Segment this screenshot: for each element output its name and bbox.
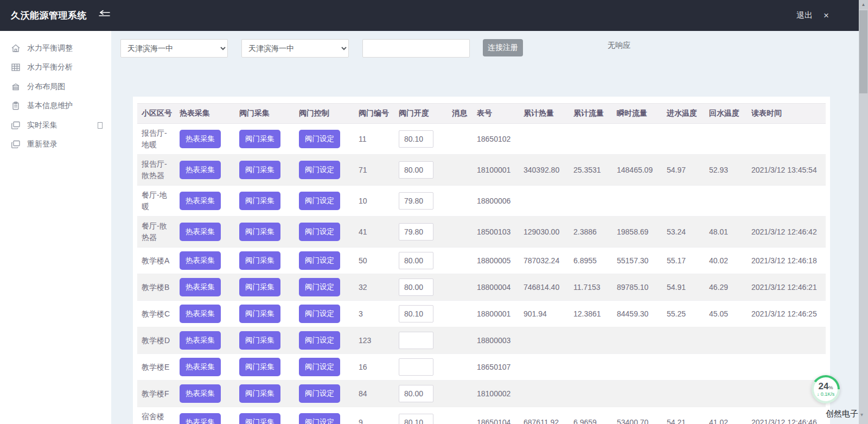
heat-collect-button[interactable]: 热表采集 — [180, 384, 221, 403]
scroll-up-arrow-icon[interactable]: ▲ — [859, 0, 868, 9]
sidebar-item-relogin[interactable]: 重新登录 — [0, 135, 111, 155]
heat-collect-button[interactable]: 热表采集 — [180, 278, 221, 296]
scrollbar-thumb[interactable] — [859, 10, 867, 93]
valve-opening-input[interactable] — [399, 130, 433, 148]
column-header-9: 累计流量 — [569, 104, 612, 124]
sidebar-item-hydraulic-analysis[interactable]: 水力平衡分析 — [0, 58, 111, 78]
sidebar-item-hydraulic-adjust[interactable]: 水力平衡调整 — [0, 39, 111, 58]
valve-set-button[interactable]: 阀门设定 — [299, 413, 340, 424]
inlet-temperature: 54.21 — [662, 407, 705, 424]
instant-flow — [612, 124, 662, 155]
sidebar-item-label: 实时采集 — [27, 121, 58, 130]
connect-register-button[interactable]: 连接注册 — [483, 39, 523, 56]
valve-collect-button[interactable]: 阀门采集 — [239, 358, 280, 376]
column-header-2: 阀门采集 — [235, 104, 295, 124]
window-icon — [11, 140, 21, 149]
valve-collect-button[interactable]: 阀门采集 — [239, 251, 280, 270]
read-time: 2021/3/12 12:46:18 — [747, 248, 826, 274]
valve-collect-button[interactable]: 阀门采集 — [239, 192, 280, 210]
valve-set-button[interactable]: 阀门设定 — [299, 278, 340, 296]
valve-collect-button[interactable]: 阀门采集 — [239, 384, 280, 403]
heat-collect-button[interactable]: 热表采集 — [180, 223, 221, 241]
valve-collect-button[interactable]: 阀门采集 — [239, 413, 280, 424]
return-temperature: 40.02 — [705, 248, 747, 274]
valve-opening-input[interactable] — [399, 192, 433, 210]
valve-collect-button[interactable]: 阀门采集 — [239, 130, 280, 148]
sidebar-item-basic-info[interactable]: 基本信息维护 — [0, 97, 111, 116]
valve-opening-input[interactable] — [399, 161, 433, 179]
message-cell — [448, 155, 473, 186]
valve-opening-input[interactable] — [399, 305, 433, 322]
valve-collect-button[interactable]: 阀门采集 — [239, 278, 280, 296]
valve-number: 16 — [354, 354, 394, 381]
valve-set-button[interactable]: 阀门设定 — [299, 384, 340, 403]
valve-set-button[interactable]: 阀门设定 — [299, 331, 340, 350]
valve-collect-button[interactable]: 阀门采集 — [239, 305, 280, 323]
table-body: 报告厅-地暖热表采集阀门采集阀门设定1118650102报告厅-散热器热表采集阀… — [137, 124, 826, 424]
return-temperature: 46.29 — [705, 274, 747, 301]
valve-set-button[interactable]: 阀门设定 — [299, 223, 340, 241]
valve-set-button[interactable]: 阀门设定 — [299, 358, 340, 376]
valve-number: 9 — [354, 407, 394, 424]
inlet-temperature — [662, 124, 705, 155]
sidebar-collapse-icon[interactable] — [97, 10, 111, 22]
valve-collect-button[interactable]: 阀门采集 — [239, 223, 280, 241]
valve-set-button[interactable]: 阀门设定 — [299, 305, 340, 323]
loading-glyph — [98, 122, 103, 129]
valve-set-button[interactable]: 阀门设定 — [299, 130, 340, 148]
valve-collect-button[interactable]: 阀门采集 — [239, 331, 280, 350]
instant-flow: 148465.09 — [612, 155, 662, 186]
toolbar-text-input[interactable] — [362, 39, 470, 58]
table-row: 报告厅-地暖热表采集阀门采集阀门设定1118650102 — [137, 124, 826, 155]
station-select-1[interactable]: 天津滨海一中 — [120, 39, 228, 58]
download-progress-widget[interactable]: 24% ↓ 0.1K/s — [812, 375, 840, 403]
valve-opening-input[interactable] — [399, 252, 433, 269]
valve-opening-input[interactable] — [399, 332, 433, 349]
meter-number: 18500103 — [473, 217, 519, 248]
district-name: 教学楼A — [137, 248, 175, 274]
sidebar-item-layout-map[interactable]: 分布布局图 — [0, 77, 111, 97]
heat-collect-button[interactable]: 热表采集 — [180, 413, 221, 424]
valve-collect-cell: 阀门采集 — [235, 155, 295, 186]
valve-set-cell: 阀门设定 — [295, 301, 354, 327]
heat-collect-button[interactable]: 热表采集 — [180, 161, 221, 179]
heat-collect-button[interactable]: 热表采集 — [180, 331, 221, 350]
total-heat: 787032.24 — [519, 248, 569, 274]
heat-collect-cell: 热表采集 — [175, 301, 235, 327]
column-header-6: 消息 — [448, 104, 473, 124]
valve-collect-cell: 阀门采集 — [235, 274, 295, 301]
valve-opening-input[interactable] — [399, 279, 433, 296]
valve-number: 84 — [354, 381, 394, 407]
valve-set-button[interactable]: 阀门设定 — [299, 192, 340, 210]
valve-opening-input[interactable] — [399, 385, 433, 402]
column-header-5: 阀门开度 — [394, 104, 448, 124]
valve-set-cell: 阀门设定 — [295, 354, 354, 381]
valve-set-button[interactable]: 阀门设定 — [299, 161, 340, 179]
meter-number: 18800005 — [473, 248, 519, 274]
message-cell — [448, 274, 473, 301]
logout-button[interactable]: 退出 — [796, 10, 813, 21]
total-heat: 340392.80 — [519, 155, 569, 186]
table-row: 教学楼B热表采集阀门采集阀门设定3218800004746814.4011.71… — [137, 274, 826, 301]
station-select-2[interactable]: 天津滨海一中 — [241, 39, 349, 58]
heat-collect-button[interactable]: 热表采集 — [180, 358, 221, 376]
heat-collect-cell: 热表采集 — [175, 274, 235, 301]
heat-collect-button[interactable]: 热表采集 — [180, 251, 221, 270]
valve-opening-input[interactable] — [399, 414, 433, 424]
heat-collect-button[interactable]: 热表采集 — [180, 130, 221, 148]
valve-number: 3 — [354, 301, 394, 327]
vertical-scrollbar[interactable]: ▲ — [859, 0, 868, 424]
valve-opening-input[interactable] — [399, 223, 433, 241]
heat-collect-button[interactable]: 热表采集 — [180, 192, 221, 210]
valve-collect-button[interactable]: 阀门采集 — [239, 161, 280, 179]
valve-set-button[interactable]: 阀门设定 — [299, 251, 340, 270]
read-time — [747, 124, 826, 155]
close-icon[interactable]: × — [824, 10, 829, 21]
heat-collect-button[interactable]: 热表采集 — [180, 305, 221, 323]
sidebar-item-realtime-collect[interactable]: 实时采集 — [0, 116, 111, 135]
total-flow: 6.9659 — [569, 407, 612, 424]
message-cell — [448, 354, 473, 381]
valve-set-cell: 阀门设定 — [295, 217, 354, 248]
valve-opening-input[interactable] — [399, 358, 433, 376]
return-temperature — [705, 354, 747, 381]
